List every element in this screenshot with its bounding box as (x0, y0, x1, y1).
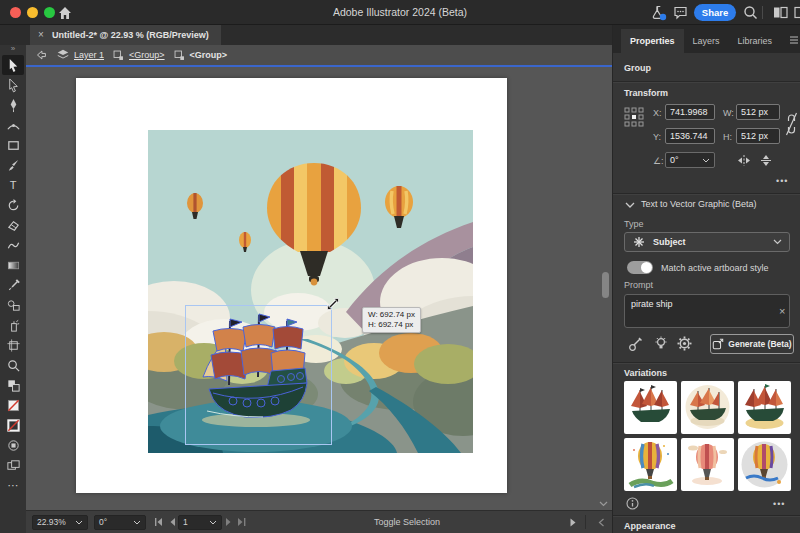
rotation-dropdown[interactable]: 0° (94, 515, 146, 530)
panel-menu-icon[interactable] (789, 35, 799, 45)
pen-tool[interactable] (2, 95, 24, 115)
reference-point-selector[interactable] (624, 107, 644, 127)
clear-prompt-icon[interactable]: × (779, 305, 785, 317)
eyedropper-tool[interactable] (2, 275, 24, 295)
w-input[interactable] (736, 104, 780, 120)
previous-artboard-button[interactable] (165, 515, 178, 530)
beta-flask-icon[interactable] (650, 4, 667, 21)
generate-button-label: Generate (Beta) (728, 339, 791, 349)
artboard-number-dropdown[interactable]: 1 (178, 515, 222, 530)
status-menu-arrow-icon[interactable] (566, 515, 579, 530)
direct-selection-tool[interactable] (2, 75, 24, 95)
y-input[interactable] (665, 128, 715, 144)
status-display[interactable]: Toggle Selection (248, 517, 566, 527)
artboard-number: 1 (183, 517, 188, 527)
sparkle-icon (633, 236, 645, 248)
generate-icon (712, 338, 724, 350)
h-input[interactable] (736, 128, 780, 144)
match-artboard-style-toggle[interactable] (627, 261, 653, 274)
breadcrumb-group-1[interactable]: <Group> (129, 50, 165, 60)
paintbrush-tool[interactable] (2, 155, 24, 175)
prompt-input[interactable]: pirate ship (624, 294, 790, 328)
panel-toggle-icon[interactable] (793, 4, 800, 21)
zoom-level-value: 22.93% (37, 517, 66, 527)
properties-panel: Properties Layers Libraries Group Transf… (612, 25, 800, 533)
canvas-vertical-scrollbar[interactable] (602, 272, 609, 298)
info-icon[interactable] (626, 497, 639, 510)
gradient-tool[interactable] (2, 255, 24, 275)
tab-layers[interactable]: Layers (684, 29, 729, 53)
search-icon[interactable] (742, 4, 759, 21)
sample-style-icon[interactable] (627, 337, 643, 352)
fill-swatch-none[interactable] (2, 395, 24, 415)
lightbulb-icon[interactable] (654, 336, 668, 352)
type-tool[interactable]: T (2, 175, 24, 195)
angle-dropdown[interactable]: 0° (665, 152, 715, 168)
zoom-level-dropdown[interactable]: 22.93% (32, 515, 88, 530)
variation-thumbnail-1[interactable] (624, 381, 677, 434)
unlink-dimensions-icon[interactable] (785, 109, 798, 139)
gear-icon[interactable] (677, 336, 692, 351)
t2v-section-title: Text to Vector Graphic (Beta) (641, 199, 757, 209)
x-input[interactable] (665, 104, 715, 120)
next-artboard-button[interactable] (222, 515, 235, 530)
comments-icon[interactable] (672, 4, 689, 21)
x-label: X: (653, 108, 662, 118)
variations-more-options[interactable]: ••• (773, 499, 785, 509)
toolbar-more-icon[interactable]: ⋯ (2, 475, 24, 495)
drawing-mode-icon[interactable] (2, 435, 24, 455)
variation-thumbnail-3[interactable] (738, 381, 791, 434)
tab-properties[interactable]: Properties (621, 29, 684, 53)
shaper-tool[interactable] (2, 235, 24, 255)
variation-thumbnail-2[interactable] (681, 381, 734, 434)
panel-divider (613, 193, 800, 194)
variations-section-title: Variations (624, 368, 667, 378)
layers-icon (56, 48, 70, 62)
rotation-value: 0° (99, 517, 107, 527)
screen-mode-icon[interactable] (2, 455, 24, 475)
type-dropdown[interactable]: Subject (624, 232, 790, 252)
chevron-down-icon (75, 520, 83, 525)
close-tab-icon[interactable]: × (38, 25, 44, 45)
canvas-area[interactable]: W: 692.74 px H: 692.74 px (26, 67, 612, 510)
curvature-tool[interactable] (2, 115, 24, 135)
last-artboard-button[interactable] (235, 515, 248, 530)
control-bar: Layer 1 <Group> <Group> (26, 45, 612, 67)
toolbar-expand-icon[interactable]: » (11, 45, 15, 55)
angle-label: ∠: (653, 156, 664, 166)
generate-button[interactable]: Generate (Beta) (710, 334, 794, 354)
rotate-tool[interactable] (2, 195, 24, 215)
rectangle-tool[interactable] (2, 135, 24, 155)
panel-divider (613, 515, 800, 516)
document-tab[interactable]: × Untitled-2* @ 22.93 % (RGB/Preview) (30, 25, 221, 45)
variation-thumbnail-6[interactable] (738, 438, 791, 491)
symbol-sprayer-tool[interactable] (2, 315, 24, 335)
blend-tool[interactable] (2, 295, 24, 315)
variation-thumbnail-5[interactable] (681, 438, 734, 491)
back-arrow-icon[interactable] (34, 48, 48, 62)
breadcrumb-layer[interactable]: Layer 1 (74, 50, 104, 60)
transform-more-options[interactable]: ••• (776, 176, 788, 186)
size-tooltip: W: 692.74 px H: 692.74 px (362, 307, 421, 333)
artboard-tool[interactable] (2, 335, 24, 355)
swap-fill-stroke-icon[interactable] (2, 375, 24, 395)
eraser-tool[interactable] (2, 215, 24, 235)
section-collapse-icon[interactable] (625, 202, 635, 209)
workspace-layout-icon[interactable] (772, 4, 789, 21)
flip-horizontal-icon[interactable] (737, 154, 751, 167)
share-button[interactable]: Share (694, 4, 736, 21)
panel-resize-icon[interactable] (595, 515, 608, 530)
tab-libraries[interactable]: Libraries (729, 29, 782, 53)
selection-tool[interactable] (2, 55, 24, 75)
first-artboard-button[interactable] (152, 515, 165, 530)
variation-thumbnail-4[interactable] (624, 438, 677, 491)
chevron-down-icon (133, 520, 141, 525)
toolbar: » T ⋯ (0, 45, 26, 533)
w-label: W: (723, 108, 734, 118)
zoom-tool[interactable] (2, 355, 24, 375)
stroke-swatch-none[interactable] (2, 415, 24, 435)
flip-vertical-icon[interactable] (759, 154, 773, 167)
scroll-down-icon[interactable] (599, 501, 608, 507)
selection-bounding-box[interactable] (185, 305, 332, 445)
document-tab-label: Untitled-2* @ 22.93 % (RGB/Preview) (52, 30, 209, 40)
